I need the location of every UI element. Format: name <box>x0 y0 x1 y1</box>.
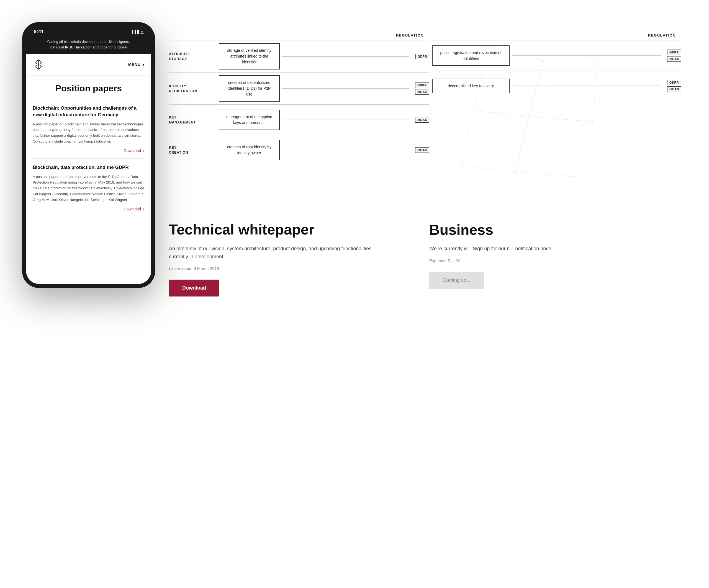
svg-marker-3 <box>515 116 593 177</box>
article-title-2: Blockchain, data protection, and the GDP… <box>33 164 145 171</box>
phone-logo[interactable] <box>33 59 44 70</box>
wifi-icon: △ <box>140 30 143 34</box>
diagram-section-1: REGULATION ATTRIBUTE STORAGE storage of … <box>169 33 429 199</box>
connector-2-2 <box>512 85 661 86</box>
connector-2 <box>282 88 409 89</box>
notification-line3: and code for purpose! <box>93 45 127 49</box>
menu-button[interactable]: MENU ▾ <box>128 62 145 67</box>
article-body: A position paper on blockchain and simil… <box>33 122 145 144</box>
whitepaper-body: An overview of our vision, system archit… <box>169 245 385 261</box>
diagram-row-2: IDENTITY REGISTRATION creation of decent… <box>169 72 429 104</box>
notification-line2: join us at <box>50 45 64 49</box>
diagram-rows-1: ATTRIBUTE STORAGE storage of verified id… <box>169 40 429 165</box>
diagram-row-1: ATTRIBUTE STORAGE storage of verified id… <box>169 40 429 72</box>
diagram-section-2: REGULATION public registration and revoc… <box>432 33 681 199</box>
svg-point-13 <box>581 176 582 178</box>
business-title: Business <box>429 221 679 238</box>
download-icon-2: ↓ <box>142 207 145 211</box>
row-box-1: storage of verified identity attributes … <box>219 43 280 70</box>
articles-list: Blockchain: Opportunities and challenges… <box>26 99 151 284</box>
badge-eidas-2-2: eIDAS <box>667 86 681 92</box>
svg-point-12 <box>473 110 474 112</box>
row-label-1: ATTRIBUTE STORAGE <box>169 52 219 61</box>
article-item-2: Blockchain, data protection, and the GDP… <box>33 158 145 217</box>
badge-gdpr-2: GDPR <box>415 82 429 88</box>
connector-3 <box>282 119 409 120</box>
row-label-4: KEY CREATION <box>169 145 219 155</box>
badge-gdpr-1: GDPR <box>415 54 429 59</box>
regulation-label-2: REGULATION <box>648 33 676 37</box>
badge-eidas-2-1: eIDAS <box>667 56 681 62</box>
whitepaper-section: Technical whitepaper An overview of our … <box>169 221 385 296</box>
whitepaper-download-button[interactable]: Download <box>169 279 219 296</box>
row-badges-3: eIDAS <box>415 117 429 123</box>
connector-4 <box>282 150 409 150</box>
row-badges-2-2: GDPR eIDAS <box>667 80 681 92</box>
whitepaper-date: Last revised: 9 March 2018 <box>169 266 385 271</box>
row-box-4: creation of root identity by identity ow… <box>219 140 280 160</box>
badge-gdpr-2-1: GDPR <box>667 50 681 55</box>
notification-banner: Calling all blockchain developers and UX… <box>26 36 151 54</box>
status-icons: ▐▐▐ △ <box>130 30 143 34</box>
row-badges-1: GDPR <box>415 54 429 59</box>
row-badges-4: eIDAS <box>415 147 429 153</box>
svg-marker-2 <box>460 111 529 171</box>
download-link-1[interactable]: Download ↓ <box>33 149 145 153</box>
download-link-2[interactable]: Download ↓ <box>33 207 145 211</box>
diagram-row-4: KEY CREATION creation of root identity b… <box>169 135 429 165</box>
page-title: Position papers <box>26 76 151 99</box>
badge-eidas-4: eIDAS <box>415 147 429 153</box>
menu-chevron: ▾ <box>142 62 145 67</box>
svg-point-14 <box>514 171 516 172</box>
badge-eidas-2: eIDAS <box>415 89 429 95</box>
whitepaper-title: Technical whitepaper <box>169 221 385 238</box>
diagram-rows-2: public registration and revocation of id… <box>432 40 681 101</box>
signal-icon: ▐▐▐ <box>130 30 139 34</box>
connector-1 <box>282 56 409 57</box>
phone-nav: MENU ▾ <box>26 54 151 76</box>
regulation-label-1: REGULATION <box>396 33 424 37</box>
svg-point-10 <box>592 121 594 123</box>
download-icon-1: ↓ <box>142 149 145 153</box>
notification-line1: Calling all blockchain developers and UX… <box>47 39 130 44</box>
diagram-row-2-1: public registration and revocation of id… <box>432 40 681 71</box>
row-label-3: KEY MANAGEMENT <box>169 115 219 125</box>
business-date: Expected Fall 20... <box>429 258 679 263</box>
row-box-2-1: public registration and revocation of id… <box>432 46 509 66</box>
article-title: Blockchain: Opportunities and challenges… <box>33 105 145 118</box>
row-badges-2-1: GDPR eIDAS <box>667 50 681 62</box>
row-badges-2: GDPR eIDAS <box>415 82 429 95</box>
menu-label: MENU <box>128 62 141 67</box>
diagram-row-2-2: decentralized key recovery GDPR eIDAS <box>432 71 681 101</box>
row-box-2: creation of decentralized identifiers (D… <box>219 75 280 102</box>
status-time: 9:41 <box>34 29 44 35</box>
phone-mockup: 9:41 ▐▐▐ △ Calling all blockchain develo… <box>22 22 155 288</box>
coming-soon-button: Coming so... <box>429 272 484 289</box>
row-box-3: management of encryption keys and person… <box>219 110 280 130</box>
diagram-row-3: KEY MANAGEMENT management of encryption … <box>169 104 429 135</box>
connector-2-1 <box>512 55 661 56</box>
status-bar: 9:41 ▐▐▐ △ <box>26 26 151 36</box>
badge-eidas-3: eIDAS <box>415 117 429 123</box>
article-item: Blockchain: Opportunities and challenges… <box>33 99 145 158</box>
badge-gdpr-2-2: GDPR <box>667 80 681 85</box>
row-label-2: IDENTITY REGISTRATION <box>169 84 219 93</box>
article-body-2: A position paper on major improvements t… <box>33 174 145 203</box>
row-box-2-2: decentralized key recovery <box>432 79 509 93</box>
svg-point-11 <box>528 115 530 117</box>
business-section: Business We're currently w... Sign up fo… <box>429 221 679 289</box>
hackathon-link[interactable]: IPDB Hackathon <box>65 45 92 49</box>
business-body: We're currently w... Sign up for our n..… <box>429 245 679 253</box>
